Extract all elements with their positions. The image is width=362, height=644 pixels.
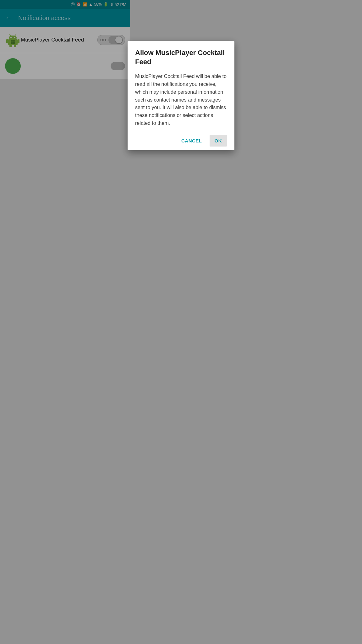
- dialog-overlay: Allow MusicPlayer Cocktail Feed MusicPla…: [0, 0, 130, 231]
- dialog: Allow MusicPlayer Cocktail Feed MusicPla…: [128, 41, 130, 150]
